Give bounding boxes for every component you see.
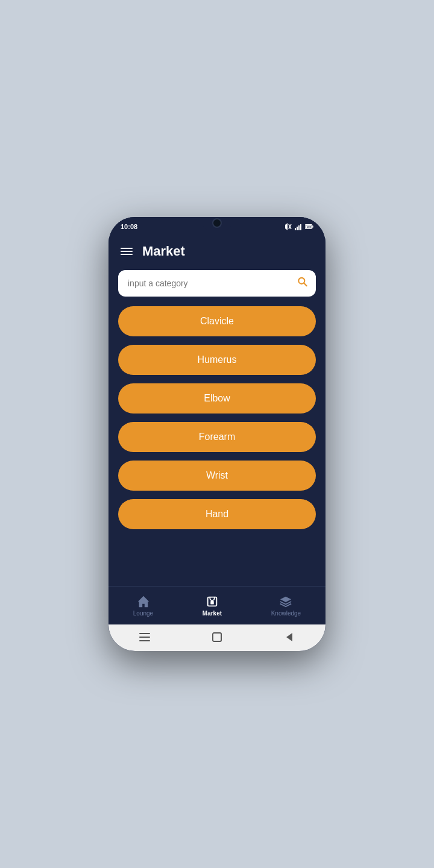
svg-marker-0 <box>285 223 288 230</box>
sys-home-button[interactable] <box>212 632 222 644</box>
svg-marker-20 <box>286 633 292 641</box>
svg-rect-8 <box>312 225 313 228</box>
category-button-hand[interactable]: Hand <box>118 499 316 529</box>
phone-device: 10:08 100 <box>108 217 326 651</box>
page-title: Market <box>142 244 185 259</box>
sys-back-icon <box>284 632 295 643</box>
search-icon <box>297 276 309 288</box>
sys-menu-icon <box>139 633 150 641</box>
nav-item-knowledge[interactable]: Knowledge <box>271 595 301 617</box>
hamburger-line-3 <box>121 254 133 255</box>
category-button-clavicle[interactable]: Clavicle <box>118 306 316 336</box>
mute-icon <box>283 222 292 231</box>
app-screen: Market Clavicle Humerus Elbow Forearm Wr… <box>108 236 326 624</box>
hamburger-line-2 <box>121 251 133 252</box>
nav-item-lounge[interactable]: Lounge <box>133 595 153 617</box>
lounge-icon <box>137 595 150 608</box>
camera-notch <box>203 217 231 230</box>
sys-back-button[interactable] <box>284 632 295 644</box>
market-icon <box>206 595 219 608</box>
nav-label-market: Market <box>203 610 222 617</box>
svg-rect-16 <box>139 633 150 634</box>
search-input[interactable] <box>118 270 316 297</box>
search-container <box>118 270 316 297</box>
system-nav-bar <box>108 624 326 651</box>
search-button[interactable] <box>297 276 309 291</box>
svg-rect-3 <box>295 228 296 230</box>
status-icons: 100 <box>283 222 313 231</box>
category-list: Clavicle Humerus Elbow Forearm Wrist Han… <box>108 306 326 586</box>
svg-rect-19 <box>213 633 221 641</box>
svg-line-12 <box>304 283 307 286</box>
app-header: Market <box>108 236 326 265</box>
svg-rect-18 <box>139 640 150 641</box>
category-button-wrist[interactable]: Wrist <box>118 461 316 491</box>
svg-text:100: 100 <box>307 225 312 228</box>
category-button-humerus[interactable]: Humerus <box>118 345 316 375</box>
bottom-nav: Lounge Market Knowledge <box>108 586 326 624</box>
hamburger-menu-button[interactable] <box>121 248 133 255</box>
camera-lens <box>212 218 222 228</box>
category-button-forearm[interactable]: Forearm <box>118 422 316 452</box>
svg-rect-17 <box>139 637 150 638</box>
svg-rect-15 <box>210 601 214 605</box>
hamburger-line-1 <box>121 248 133 249</box>
svg-rect-4 <box>297 227 298 230</box>
category-button-elbow[interactable]: Elbow <box>118 383 316 414</box>
sys-menu-button[interactable] <box>139 633 150 643</box>
nav-item-market[interactable]: Market <box>203 595 222 617</box>
svg-rect-5 <box>298 225 300 230</box>
knowledge-icon <box>279 595 292 608</box>
svg-rect-6 <box>300 224 301 230</box>
svg-marker-13 <box>137 596 148 606</box>
signal-icon <box>294 222 303 231</box>
battery-icon: 100 <box>305 222 313 231</box>
nav-label-lounge: Lounge <box>133 610 153 617</box>
status-time: 10:08 <box>121 223 137 230</box>
nav-label-knowledge: Knowledge <box>271 610 301 617</box>
sys-home-icon <box>212 632 222 643</box>
